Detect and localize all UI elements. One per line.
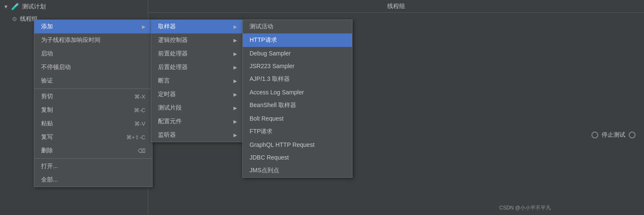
- menu-level2: 取样器 ▶ 逻辑控制器 ▶ 前置处理器 ▶ 后置处理器 ▶ 断言 ▶ 定时器 ▶…: [151, 19, 244, 142]
- menu3-item-jdbc[interactable]: JDBC Request: [243, 151, 352, 164]
- menu1-item-cut[interactable]: 剪切 ⌘-X: [34, 90, 152, 103]
- menu3-beanshell-label: BeanShell 取样器: [250, 102, 296, 109]
- menu2-post-arrow: ▶: [233, 65, 237, 70]
- menu2-assert-arrow: ▶: [233, 78, 237, 84]
- menu1-all-label: 全部...: [41, 176, 58, 184]
- menu3-debug-label: Debug Sampler: [250, 50, 291, 57]
- menu1-item-start[interactable]: 启动: [34, 47, 152, 61]
- menu1-cut-shortcut: ⌘-X: [134, 94, 145, 100]
- menu1-item-add-response-time[interactable]: 为子线程添加响应时间: [34, 33, 152, 47]
- menu1-item-validate[interactable]: 验证: [34, 74, 152, 88]
- menu2-pre-label: 前置处理器: [158, 50, 188, 58]
- menu3-item-bolt[interactable]: Bolt Request: [243, 112, 352, 125]
- menu3-item-access-log[interactable]: Access Log Sampler: [243, 86, 352, 99]
- menu1-item-all[interactable]: 全部...: [34, 173, 152, 187]
- menu3-ftp-label: FTP请求: [250, 128, 272, 135]
- menu1-copy-label: 复制: [41, 106, 53, 114]
- content-header-label: 线程组: [387, 3, 405, 10]
- menu2-item-logic[interactable]: 逻辑控制器 ▶: [151, 33, 244, 47]
- tree-root-label: 测试计划: [22, 3, 46, 11]
- flask-icon: 🧪: [11, 3, 19, 11]
- menu1-paste-label: 粘贴: [41, 120, 53, 127]
- menu2-item-listener[interactable]: 监听器 ▶: [151, 128, 244, 142]
- menu3-jsr223-label: JSR223 Sampler: [250, 63, 294, 69]
- menu2-config-arrow: ▶: [233, 119, 237, 124]
- menu1-duplicate-shortcut: ⌘+⇧-C: [126, 134, 145, 141]
- radio-stop[interactable]: [591, 132, 598, 138]
- menu3-jms-label: JMS点到点: [250, 167, 279, 174]
- menu3-item-ajp[interactable]: AJP/1.3 取样器: [243, 72, 352, 86]
- menu1-item-duplicate[interactable]: 复写 ⌘+⇧-C: [34, 130, 152, 144]
- right-panel: 停止测试: [559, 13, 644, 215]
- menu2-timer-arrow: ▶: [233, 92, 237, 97]
- menu1-copy-shortcut: ⌘-C: [134, 107, 145, 113]
- menu3-item-graphql[interactable]: GraphQL HTTP Request: [243, 138, 352, 151]
- menu2-item-assert[interactable]: 断言 ▶: [151, 74, 244, 88]
- menu1-item-delete[interactable]: 删除 ⌫: [34, 144, 152, 157]
- menu3-test-action-label: 测试活动: [250, 23, 273, 30]
- menu1-item-add[interactable]: 添加 ▶: [34, 20, 152, 33]
- menu2-item-post[interactable]: 后置处理器 ▶: [151, 61, 244, 74]
- content-header: 线程组: [148, 0, 644, 13]
- menu2-pre-arrow: ▶: [233, 51, 237, 57]
- menu2-item-sampler[interactable]: 取样器 ▶: [151, 20, 244, 33]
- menu1-duplicate-label: 复写: [41, 133, 53, 141]
- menu1-no-stop-start-label: 不停顿启动: [41, 63, 71, 71]
- menu3-item-test-action[interactable]: 测试活动: [243, 20, 352, 33]
- menu2-item-test-fragment[interactable]: 测试片段 ▶: [151, 101, 244, 115]
- menu1-add-arrow: ▶: [142, 24, 145, 30]
- menu2-listener-label: 监听器: [158, 131, 176, 139]
- menu1-add-response-time-label: 为子线程添加响应时间: [41, 36, 100, 44]
- menu3-ajp-label: AJP/1.3 取样器: [250, 75, 290, 83]
- menu3-item-ftp[interactable]: FTP请求: [243, 125, 352, 138]
- tree-root[interactable]: ▼ 🧪 测试计划: [0, 0, 148, 13]
- menu3-item-jsr223[interactable]: JSR223 Sampler: [243, 60, 352, 72]
- menu3-item-jms[interactable]: JMS点到点: [243, 164, 352, 177]
- stop-test-label: 停止测试: [602, 131, 625, 139]
- tree-arrow: ▼: [3, 4, 8, 10]
- menu1-open-label: 打开...: [41, 163, 58, 170]
- menu3-item-debug[interactable]: Debug Sampler: [243, 47, 352, 60]
- menu2-item-pre[interactable]: 前置处理器 ▶: [151, 47, 244, 61]
- menu1-cut-label: 剪切: [41, 93, 53, 100]
- menu2-post-label: 后置处理器: [158, 63, 188, 71]
- menu2-test-fragment-label: 测试片段: [158, 104, 182, 112]
- menu2-config-label: 配置元件: [158, 118, 182, 125]
- menu3-item-http[interactable]: HTTP请求: [243, 33, 352, 47]
- menu1-divider1: [34, 88, 152, 89]
- menu1-delete-label: 删除: [41, 147, 53, 154]
- menu1-item-copy[interactable]: 复制 ⌘-C: [34, 103, 152, 117]
- menu1-item-no-stop-start[interactable]: 不停顿启动: [34, 61, 152, 74]
- menu2-logic-arrow: ▶: [233, 38, 237, 43]
- menu2-logic-label: 逻辑控制器: [158, 36, 188, 44]
- menu-level3: 测试活动 HTTP请求 Debug Sampler JSR223 Sampler…: [242, 19, 353, 178]
- menu2-item-timer[interactable]: 定时器 ▶: [151, 88, 244, 101]
- menu1-start-label: 启动: [41, 50, 53, 58]
- menu3-jdbc-label: JDBC Request: [250, 154, 289, 161]
- menu2-sampler-arrow: ▶: [233, 24, 237, 30]
- menu1-item-paste[interactable]: 粘贴 ⌘-V: [34, 117, 152, 130]
- menu3-bolt-label: Bolt Request: [250, 115, 283, 122]
- menu1-paste-shortcut: ⌘-V: [134, 121, 145, 127]
- radio-stop2[interactable]: [629, 132, 636, 138]
- menu2-item-config[interactable]: 配置元件 ▶: [151, 115, 244, 128]
- menu3-graphql-label: GraphQL HTTP Request: [250, 141, 314, 148]
- menu3-http-label: HTTP请求: [250, 36, 277, 44]
- menu3-item-beanshell[interactable]: BeanShell 取样器: [243, 99, 352, 112]
- menu3-access-log-label: Access Log Sampler: [250, 89, 304, 96]
- watermark-text: CSDN @小小平不平凡: [499, 205, 551, 211]
- menu-level1: 添加 ▶ 为子线程添加响应时间 启动 不停顿启动 验证 剪切 ⌘-X 复制 ⌘-…: [34, 19, 153, 187]
- menu1-item-open[interactable]: 打开...: [34, 160, 152, 173]
- menu1-add-label: 添加: [41, 23, 53, 30]
- menu2-sampler-label: 取样器: [158, 23, 176, 30]
- gear-icon: ⚙: [12, 16, 17, 22]
- menu1-delete-shortcut: ⌫: [138, 148, 145, 154]
- menu2-test-fragment-arrow: ▶: [233, 105, 237, 111]
- menu2-assert-label: 断言: [158, 77, 170, 85]
- menu1-divider2: [34, 158, 152, 159]
- menu1-validate-label: 验证: [41, 77, 53, 85]
- menu2-timer-label: 定时器: [158, 91, 176, 98]
- menu2-listener-arrow: ▶: [233, 132, 237, 138]
- stop-test-area: 停止测试: [591, 131, 636, 139]
- watermark: CSDN @小小平不平凡: [499, 204, 551, 212]
